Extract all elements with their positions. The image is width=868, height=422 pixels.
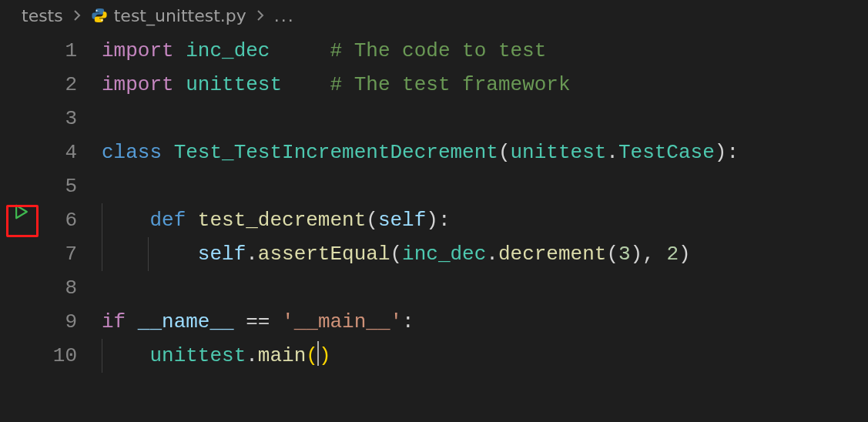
line-number: 5 xyxy=(43,169,91,203)
breadcrumb-symbol[interactable]: ... xyxy=(274,6,295,25)
breadcrumb-file[interactable]: test_unittest.py xyxy=(91,6,246,25)
line-number: 3 xyxy=(43,102,91,136)
svg-point-0 xyxy=(96,10,97,12)
line-number: 9 xyxy=(43,305,91,339)
code-line[interactable]: if __name__ == '__main__': xyxy=(91,305,868,339)
python-file-icon xyxy=(91,7,108,24)
line-number: 10 xyxy=(43,339,91,373)
line-number: 7 xyxy=(43,237,91,271)
code-line[interactable]: self.assertEqual(inc_dec.decrement(3), 2… xyxy=(91,237,868,271)
chevron-right-icon xyxy=(71,9,83,22)
breadcrumb: tests test_unittest.py ... xyxy=(0,0,868,31)
svg-point-1 xyxy=(101,19,102,21)
code-editor[interactable]: 1 import inc_dec # The code to test 2 im… xyxy=(0,31,868,373)
line-number: 6 xyxy=(43,203,91,237)
run-test-icon[interactable] xyxy=(13,203,30,220)
line-number: 4 xyxy=(43,136,91,169)
breadcrumb-folder[interactable]: tests xyxy=(22,6,63,25)
breadcrumb-file-label: test_unittest.py xyxy=(114,6,246,25)
chevron-right-icon xyxy=(254,9,266,22)
line-number: 2 xyxy=(43,68,91,102)
code-line[interactable]: def test_decrement(self): xyxy=(91,203,868,237)
code-line[interactable]: import inc_dec # The code to test xyxy=(91,34,868,68)
code-line[interactable]: import unittest # The test framework xyxy=(91,68,868,102)
line-number: 1 xyxy=(43,34,91,68)
code-line[interactable]: unittest.main() xyxy=(91,339,868,373)
line-number: 8 xyxy=(43,271,91,305)
code-line[interactable]: class Test_TestIncrementDecrement(unitte… xyxy=(91,136,868,169)
